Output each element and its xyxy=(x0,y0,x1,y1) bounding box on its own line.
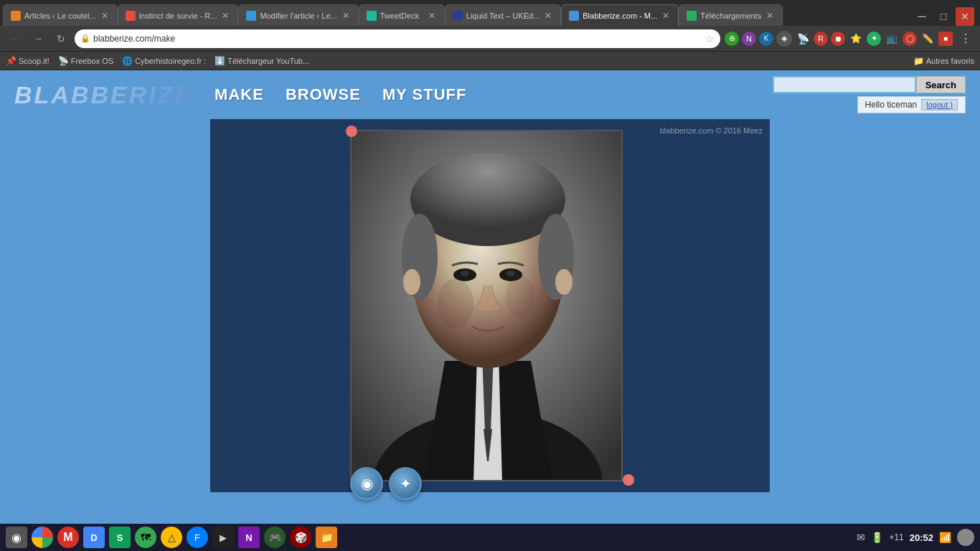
taskbar-game2-icon[interactable]: 🎲 xyxy=(290,527,311,548)
taskbar-drive-icon[interactable]: △ xyxy=(161,527,182,548)
tab-title-liquidtext: Liquid Text – UKEd... xyxy=(466,11,540,20)
tab-close-liquidtext[interactable]: ✕ xyxy=(543,11,553,21)
photo-area[interactable] xyxy=(350,130,623,481)
ext-icon-4[interactable]: ◈ xyxy=(776,31,792,47)
taskbar-gmail-icon[interactable]: M xyxy=(57,527,79,548)
handle-bottom-right[interactable] xyxy=(623,474,634,486)
tab-modifier[interactable]: Modifier l'article ‹ Le... ✕ xyxy=(238,4,358,26)
tab-close-telechargements[interactable]: ✕ xyxy=(765,11,775,21)
window-restore[interactable]: □ xyxy=(934,7,953,26)
tab-close-modifier[interactable]: ✕ xyxy=(341,11,351,21)
bookmark-autres-favoris[interactable]: 📁 Autres favoris xyxy=(913,56,974,66)
bookmark-star-icon[interactable]: ☆ xyxy=(705,33,715,44)
tab-favicon-instinct xyxy=(126,11,136,21)
taskbar-sheets-icon[interactable]: S xyxy=(109,527,131,548)
bookmark-scoopit[interactable]: 📌 Scoop.it! xyxy=(6,56,50,66)
bookmark-scoopit-label: Scoop.it! xyxy=(19,57,50,65)
bookmark-telechargeur-label: Téléchargeur YouTub... xyxy=(227,57,309,65)
bookmark-cyberhistoire[interactable]: 🌐 Cyberhistoiregeo.fr : xyxy=(122,56,206,66)
tab-blabberize[interactable]: Blabberize.com - M... ✕ xyxy=(561,4,679,26)
forward-button[interactable]: → xyxy=(29,29,47,48)
nav-make[interactable]: MAKE xyxy=(215,85,264,104)
tab-favicon-modifier xyxy=(246,11,256,21)
reload-button[interactable]: ↻ xyxy=(52,29,70,48)
address-url-text: blabberize.com/make xyxy=(93,34,702,44)
ext-icon-edit[interactable]: ✏️ xyxy=(920,31,936,47)
taskbar-ext1-icon[interactable]: F xyxy=(187,527,208,548)
tab-close-instinct[interactable]: ✕ xyxy=(220,11,230,21)
bookmark-telechargeur[interactable]: ⬇️ Téléchargeur YouTub... xyxy=(215,56,309,66)
site-navigation: MAKE BROWSE MY STUFF xyxy=(215,85,466,104)
ext-icon-2[interactable]: N xyxy=(742,32,756,46)
taskbar-msg-icon[interactable]: ✉ xyxy=(857,532,865,543)
bookmark-cyberhistoire-label: Cyberhistoiregeo.fr : xyxy=(135,57,206,65)
ext-icon-record[interactable]: ⏺ xyxy=(831,32,845,46)
window-minimize[interactable]: ─ xyxy=(913,7,931,26)
main-canvas: blabberize.com © 2016 Meez xyxy=(210,119,770,492)
tab-tweetdeck[interactable]: TweetDeck ✕ xyxy=(359,4,445,26)
portrait-svg xyxy=(352,131,623,481)
site-logo-text: BLABBERIZE xyxy=(14,81,193,108)
handle-top-left[interactable] xyxy=(346,126,357,137)
taskbar-system-tray: ✉ 🔋 +11 20:52 📶 xyxy=(857,529,974,546)
taskbar-game1-icon[interactable]: 🎮 xyxy=(264,527,286,548)
navigation-bar: ← → ↻ 🔒 blabberize.com/make ☆ ⊕ N K ◈ 📡 … xyxy=(0,26,980,52)
ext-icon-star[interactable]: ⭐ xyxy=(848,31,864,47)
tab-instinct[interactable]: instinct de survie - R... ✕ xyxy=(118,4,239,26)
window-close[interactable]: ✕ xyxy=(956,7,974,26)
ext-icon-3[interactable]: K xyxy=(759,32,773,46)
extension-toolbar: ⊕ N K ◈ 📡 R ⏺ ⭐ ✦ 📺 ◯ ✏️ ■ xyxy=(725,31,953,47)
taskbar-play-icon[interactable]: ▶ xyxy=(212,527,234,548)
address-bar[interactable]: 🔒 blabberize.com/make ☆ xyxy=(75,29,720,48)
taskbar-docs-icon[interactable]: D xyxy=(83,527,105,548)
ext-icon-red2[interactable]: ■ xyxy=(938,32,953,46)
site-search-area: Search Hello ticeman logout ) xyxy=(773,76,966,113)
taskbar-battery-label: +11 xyxy=(889,532,903,542)
search-input[interactable] xyxy=(773,76,916,93)
watermark-text: blabberize.com © 2016 Meez xyxy=(660,126,763,135)
taskbar-wifi-icon[interactable]: 📶 xyxy=(939,532,951,543)
tab-favicon-articles xyxy=(11,11,21,21)
ext-icon-cast[interactable]: 📺 xyxy=(884,31,900,47)
canvas-icon-1[interactable]: ◉ xyxy=(350,467,383,500)
site-logo[interactable]: BLABBERIZE xyxy=(14,81,193,109)
bookmark-freebox-label: Freebox OS xyxy=(71,57,113,65)
taskbar-battery-icon: 🔋 xyxy=(871,532,883,543)
taskbar-time-display: 20:52 xyxy=(910,532,933,543)
ext-icon-green2[interactable]: ✦ xyxy=(867,32,881,46)
ext-icon-rss[interactable]: 📡 xyxy=(795,31,811,47)
bookmark-autres-favoris-label: Autres favoris xyxy=(926,57,974,65)
user-greeting: Hello ticeman xyxy=(865,100,918,110)
ext-icon-1[interactable]: ⊕ xyxy=(725,32,739,46)
svg-point-17 xyxy=(555,269,573,295)
taskbar-chrome-icon[interactable] xyxy=(32,527,53,548)
browser-menu-button[interactable]: ⋮ xyxy=(957,32,974,45)
canvas-icon-2[interactable]: ✦ xyxy=(389,467,422,500)
tab-close-blabberize[interactable]: ✕ xyxy=(661,11,671,21)
tab-favicon-tweetdeck xyxy=(367,11,377,21)
taskbar-user-avatar[interactable] xyxy=(957,529,974,546)
tab-favicon-telechargements xyxy=(687,11,697,21)
page-content: BLABBERIZE MAKE BROWSE MY STUFF Search H… xyxy=(0,70,980,524)
bookmarks-bar: 📌 Scoop.it! 📡 Freebox OS 🌐 Cyberhistoire… xyxy=(0,52,980,70)
nav-browse[interactable]: BROWSE xyxy=(286,85,361,104)
telechargeur-icon: ⬇️ xyxy=(215,56,225,66)
taskbar-start-icon[interactable]: ◉ xyxy=(6,527,27,548)
nav-mystuff[interactable]: MY STUFF xyxy=(382,85,467,104)
bookmark-freebox[interactable]: 📡 Freebox OS xyxy=(58,56,113,66)
tab-close-articles[interactable]: ✕ xyxy=(100,11,110,21)
search-button[interactable]: Search xyxy=(916,76,966,93)
tab-close-tweetdeck[interactable]: ✕ xyxy=(427,11,437,21)
taskbar-files-icon[interactable]: 📁 xyxy=(316,527,337,548)
tab-bar: Articles ‹ Le coutel... ✕ instinct de su… xyxy=(0,0,980,26)
taskbar-onenote-icon[interactable]: N xyxy=(238,527,260,548)
ext-icon-circle[interactable]: ◯ xyxy=(903,32,917,46)
tab-telechargements[interactable]: Téléchargements ✕ xyxy=(679,4,783,26)
taskbar-maps-icon[interactable]: 🗺 xyxy=(135,527,156,548)
logout-button[interactable]: logout ) xyxy=(921,99,958,110)
back-button[interactable]: ← xyxy=(6,29,24,48)
tab-articles[interactable]: Articles ‹ Le coutel... ✕ xyxy=(3,4,118,26)
ext-icon-red[interactable]: R xyxy=(814,32,828,46)
canvas-icon-2-symbol: ✦ xyxy=(400,475,412,492)
tab-liquidtext[interactable]: Liquid Text – UKEd... ✕ xyxy=(445,4,562,26)
